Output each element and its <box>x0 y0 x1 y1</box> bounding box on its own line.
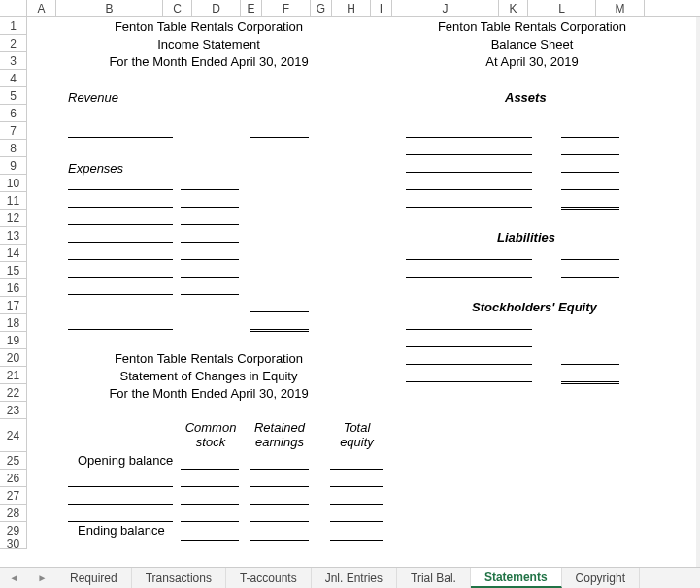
netinc-amt[interactable] <box>250 329 309 330</box>
exp-desc-2[interactable] <box>68 207 173 208</box>
row-15[interactable]: 15 <box>0 262 27 279</box>
row-8[interactable]: 8 <box>0 140 27 157</box>
asset-amt-1[interactable] <box>561 137 619 138</box>
cell-area[interactable]: Fenton Table Rentals Corporation Income … <box>27 17 700 549</box>
exp-amt1-6[interactable] <box>181 277 239 278</box>
vertical-scrollbar[interactable] <box>696 17 700 567</box>
row-16[interactable]: 16 <box>0 279 27 297</box>
tab-trial-bal[interactable]: Trial Bal. <box>397 568 471 588</box>
asset-total[interactable] <box>561 207 619 208</box>
col-J[interactable]: J <box>392 0 499 16</box>
row-14[interactable]: 14 <box>0 245 27 262</box>
asset-amt-4[interactable] <box>561 189 619 190</box>
row-17[interactable]: 17 <box>0 297 27 314</box>
col-B[interactable]: B <box>56 0 163 16</box>
row-6[interactable]: 6 <box>0 105 27 122</box>
row-7[interactable]: 7 <box>0 122 27 140</box>
eq-t-2[interactable] <box>330 504 383 505</box>
row-3[interactable]: 3 <box>0 52 27 70</box>
exp-desc-6[interactable] <box>68 277 173 278</box>
exp-desc-5[interactable] <box>68 259 173 260</box>
row-18[interactable]: 18 <box>0 314 27 332</box>
se-desc-1[interactable] <box>406 329 532 330</box>
exp-amt1-2[interactable] <box>181 207 239 208</box>
tab-statements[interactable]: Statements <box>471 568 562 588</box>
eq-desc-3[interactable] <box>68 521 173 522</box>
exp-amt1-1[interactable] <box>181 189 239 190</box>
row-13[interactable]: 13 <box>0 227 27 245</box>
eq-desc-2[interactable] <box>68 504 173 505</box>
tab-required[interactable]: Required <box>56 568 132 588</box>
eq-c-3[interactable] <box>181 521 239 522</box>
netinc-desc[interactable] <box>68 329 173 330</box>
row-9[interactable]: 9 <box>0 157 27 175</box>
row-28[interactable]: 28 <box>0 505 27 522</box>
col-E[interactable]: E <box>241 0 262 16</box>
col-A[interactable]: A <box>27 0 56 16</box>
eq-r-3[interactable] <box>250 521 309 522</box>
row-2[interactable]: 2 <box>0 35 27 52</box>
row-26[interactable]: 26 <box>0 470 27 487</box>
eq-t-1[interactable] <box>330 486 383 487</box>
exp-amt1-5[interactable] <box>181 259 239 260</box>
row-30[interactable]: 30 <box>0 539 27 549</box>
liab-desc-1[interactable] <box>406 259 532 260</box>
exp-desc-3[interactable] <box>68 224 173 225</box>
asset-desc-5[interactable] <box>406 207 532 208</box>
eq-c-1[interactable] <box>181 486 239 487</box>
tab-transactions[interactable]: Transactions <box>132 568 226 588</box>
col-H[interactable]: H <box>332 0 371 16</box>
exp-desc-4[interactable] <box>68 242 173 243</box>
eq-desc-1[interactable] <box>68 486 173 487</box>
eq-c-2[interactable] <box>181 504 239 505</box>
asset-desc-3[interactable] <box>406 172 532 173</box>
row-27[interactable]: 27 <box>0 487 27 505</box>
asset-desc-4[interactable] <box>406 189 532 190</box>
se-amt-3[interactable] <box>561 364 619 365</box>
row-12[interactable]: 12 <box>0 210 27 227</box>
exp-total-line[interactable] <box>250 311 309 312</box>
select-all-corner[interactable] <box>0 0 27 16</box>
revenue-desc-line[interactable] <box>68 137 173 138</box>
se-desc-3[interactable] <box>406 364 532 365</box>
exp-amt1-7[interactable] <box>181 294 239 295</box>
col-F[interactable]: F <box>262 0 311 16</box>
row-1[interactable]: 1 <box>0 17 27 35</box>
col-I[interactable]: I <box>371 0 392 16</box>
row-20[interactable]: 20 <box>0 349 27 367</box>
asset-desc-1[interactable] <box>406 137 532 138</box>
row-19[interactable]: 19 <box>0 332 27 349</box>
liab-desc-2[interactable] <box>406 277 532 278</box>
col-G[interactable]: G <box>311 0 332 16</box>
row-24[interactable]: 24 <box>0 419 27 452</box>
revenue-amt-line[interactable] <box>250 137 309 138</box>
end-total[interactable] <box>330 539 383 539</box>
row-4[interactable]: 4 <box>0 70 27 87</box>
exp-amt1-3[interactable] <box>181 224 239 225</box>
eq-t-3[interactable] <box>330 521 383 522</box>
se-desc-4[interactable] <box>406 381 532 382</box>
row-25[interactable]: 25 <box>0 452 27 470</box>
eq-r-1[interactable] <box>250 486 309 487</box>
row-10[interactable]: 10 <box>0 175 27 192</box>
tab-next-icon[interactable]: ► <box>38 572 48 583</box>
col-M[interactable]: M <box>596 0 645 16</box>
tab-nav[interactable]: ◄ ► <box>0 568 56 588</box>
row-21[interactable]: 21 <box>0 367 27 384</box>
open-retained[interactable] <box>250 469 309 470</box>
col-C[interactable]: C <box>163 0 192 16</box>
col-K[interactable]: K <box>499 0 528 16</box>
end-retained[interactable] <box>250 539 309 539</box>
exp-amt1-4[interactable] <box>181 242 239 243</box>
eq-r-2[interactable] <box>250 504 309 505</box>
asset-amt-3[interactable] <box>561 172 619 173</box>
row-23[interactable]: 23 <box>0 402 27 419</box>
row-22[interactable]: 22 <box>0 384 27 402</box>
end-common[interactable] <box>181 539 239 539</box>
asset-amt-2[interactable] <box>561 154 619 155</box>
se-desc-2[interactable] <box>406 346 532 347</box>
open-common[interactable] <box>181 469 239 470</box>
open-total[interactable] <box>330 469 383 470</box>
exp-desc-1[interactable] <box>68 189 173 190</box>
tab-jnl-entries[interactable]: Jnl. Entries <box>312 568 397 588</box>
